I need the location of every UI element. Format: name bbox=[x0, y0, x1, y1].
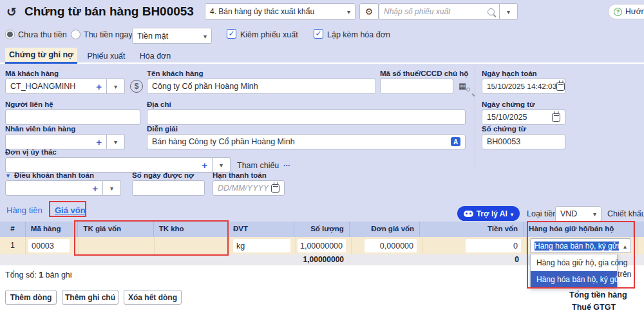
ma-hang-input[interactable]: 00003 bbox=[28, 239, 70, 252]
record-count: Tổng số: 1 bản ghi bbox=[5, 270, 72, 280]
settings-button[interactable]: ⚙ bbox=[359, 3, 379, 20]
add-note-button[interactable]: Thêm ghi chú bbox=[62, 290, 118, 305]
credit-days-label: Số ngày được nợ bbox=[132, 171, 194, 179]
row-ma-hang-cell[interactable]: 00003 bbox=[26, 237, 79, 254]
dvt-input[interactable]: kg bbox=[233, 239, 290, 252]
checkbox-with-invoice[interactable] bbox=[314, 29, 323, 39]
hang-hoa-dropdown-list: Hàng hóa giữ hộ, gia công Hàng hóa bán h… bbox=[530, 254, 618, 289]
address-input[interactable] bbox=[147, 109, 466, 125]
chevron-down-icon bbox=[511, 209, 514, 218]
radio-not-collected[interactable] bbox=[5, 30, 15, 39]
doc-number-value: BH00053 bbox=[487, 137, 520, 146]
dropdown-option-giu-ho[interactable]: Hàng hóa giữ hộ, gia công bbox=[531, 254, 617, 271]
delete-rows-button[interactable]: Xóa hết dòng bbox=[124, 290, 182, 305]
ai-assistant-button[interactable]: Trợ lý AI bbox=[457, 206, 520, 221]
payment-terms-label: Điều khoản thanh toán bbox=[14, 171, 94, 179]
posting-date-value: 15/10/2025 14:42:03 bbox=[487, 82, 556, 91]
due-date-label: Hạn thanh toán bbox=[213, 171, 267, 179]
so-luong-input[interactable]: 1,00000000 bbox=[298, 239, 346, 252]
search-input[interactable]: Nhập số phiếu xuất bbox=[379, 3, 500, 20]
salesperson-input[interactable]: + bbox=[5, 134, 107, 149]
calendar-icon[interactable] bbox=[556, 82, 565, 91]
translate-icon[interactable]: A bbox=[451, 137, 460, 146]
description-value: Bán hàng Công ty Cổ phần Hoàng Minh bbox=[152, 137, 295, 146]
add-entrust-unit-icon[interactable]: + bbox=[202, 160, 207, 170]
help-label: Hướn bbox=[625, 7, 644, 16]
currency-select[interactable]: VND bbox=[555, 206, 601, 222]
customer-name-value: Công ty Cổ phần Hoàng Minh bbox=[152, 82, 258, 91]
tien-von-input[interactable]: 0 bbox=[466, 239, 521, 252]
tab-export-slip[interactable]: Phiếu xuất bbox=[85, 48, 128, 64]
calendar-icon[interactable] bbox=[271, 184, 279, 193]
search-dropdown-button[interactable] bbox=[500, 3, 518, 20]
col-tk-kho[interactable]: TK kho bbox=[154, 222, 228, 237]
add-customer-icon[interactable]: + bbox=[96, 82, 102, 91]
salesperson-dropdown-button[interactable] bbox=[107, 134, 125, 149]
add-salesperson-icon[interactable]: + bbox=[96, 137, 102, 147]
doc-date-input[interactable]: 15/10/2025 bbox=[482, 109, 565, 125]
col-don-gia-von[interactable]: Đơn giá vốn bbox=[350, 222, 420, 237]
tax-code-label: Mã số thuế/CCCD chủ hộ bbox=[380, 70, 468, 77]
help-question-icon: ? bbox=[614, 8, 622, 16]
help-button[interactable]: ? Hướn bbox=[608, 4, 644, 19]
posting-date-input[interactable]: 15/10/2025 14:42:03 bbox=[482, 79, 565, 94]
col-ma-hang[interactable]: Mã hàng bbox=[26, 222, 79, 237]
row-so-luong-cell[interactable]: 1,00000000 bbox=[296, 237, 352, 254]
col-hang-hoa[interactable]: Hàng hóa giữ hộ/bán hộ bbox=[524, 222, 634, 237]
radio-collect-now-label: Thu tiền ngay bbox=[84, 30, 133, 39]
row-tk-gia-von-cell[interactable] bbox=[79, 237, 155, 254]
row-don-gia-von-cell[interactable]: 0,000000 bbox=[352, 237, 422, 254]
tab-invoice[interactable]: Hóa đơn bbox=[137, 48, 174, 64]
row-tien-von-cell[interactable]: 0 bbox=[422, 237, 527, 254]
doc-date-label: Ngày chứng từ bbox=[482, 100, 535, 108]
payment-terms-input[interactable]: + bbox=[5, 180, 103, 196]
col-tk-gia-von[interactable]: TK giá vốn bbox=[78, 222, 153, 237]
col-dvt[interactable]: ĐVT bbox=[228, 222, 294, 237]
reference-more-link[interactable]: ... bbox=[283, 159, 290, 168]
subtab-hang-tien[interactable]: Hàng tiền bbox=[6, 205, 43, 215]
calendar-icon[interactable] bbox=[552, 113, 560, 122]
doc-type-select[interactable]: 4. Bán hàng ủy thác xuất khẩu bbox=[205, 3, 355, 20]
don-gia-von-input[interactable]: 0,000000 bbox=[365, 239, 417, 252]
radio-collect-now[interactable] bbox=[71, 30, 80, 39]
contact-label: Người liên hệ bbox=[5, 100, 53, 108]
currency-circle-icon[interactable]: $ bbox=[130, 80, 143, 93]
customer-code-dropdown-button[interactable] bbox=[107, 79, 125, 94]
col-so-luong[interactable]: Số lượng bbox=[294, 222, 350, 237]
col-no[interactable]: # bbox=[0, 222, 26, 237]
chevron-up-icon bbox=[623, 242, 627, 251]
search-placeholder: Nhập số phiếu xuất bbox=[384, 7, 450, 16]
row-dvt-cell[interactable]: kg bbox=[229, 237, 296, 254]
tab-debit-doc[interactable]: Chứng từ ghi nợ bbox=[5, 48, 77, 64]
checkbox-export-slip[interactable] bbox=[227, 29, 236, 39]
hang-hoa-combo[interactable]: Hàng hóa bán hộ, ký gửi bbox=[530, 238, 631, 253]
customer-name-input[interactable]: Công ty Cổ phần Hoàng Minh bbox=[147, 79, 376, 94]
currency-value: VND bbox=[560, 209, 577, 218]
tax-code-input[interactable] bbox=[380, 79, 453, 94]
total-tien-von: 0 bbox=[515, 255, 519, 264]
dropdown-option-ban-ho[interactable]: Hàng hóa bán hộ, ký gửi bbox=[531, 271, 617, 288]
doc-number-input[interactable]: BH00053 bbox=[482, 134, 565, 149]
payment-method-select[interactable]: Tiền mặt bbox=[132, 28, 212, 44]
description-input[interactable]: Bán hàng Công ty Cổ phần Hoàng Minh A bbox=[147, 134, 466, 149]
record-count-suffix: bản ghi bbox=[46, 270, 72, 280]
chevron-down-icon bbox=[347, 7, 350, 16]
entrust-unit-input[interactable]: + bbox=[5, 157, 213, 173]
history-clock-icon[interactable]: ↺ bbox=[6, 5, 17, 19]
collapse-triangle-icon[interactable]: ▼ bbox=[5, 173, 11, 179]
subtab-gia-von[interactable]: Giá vốn bbox=[55, 205, 86, 215]
salesperson-label: Nhân viên bán hàng bbox=[5, 125, 75, 133]
checkbox-export-slip-label: Kiêm phiếu xuất bbox=[240, 30, 298, 39]
row-tk-kho-cell[interactable] bbox=[155, 237, 229, 254]
entrust-unit-dropdown-button[interactable] bbox=[213, 157, 231, 173]
col-tien-von[interactable]: Tiền vốn bbox=[420, 222, 524, 237]
add-row-button[interactable]: Thêm dòng bbox=[5, 290, 57, 305]
contact-input[interactable] bbox=[5, 109, 140, 125]
record-count-prefix: Tổng số: bbox=[5, 270, 37, 280]
add-payment-terms-icon[interactable]: + bbox=[92, 184, 98, 193]
row-hang-hoa-cell[interactable]: Hàng hóa bán hộ, ký gửi bbox=[527, 237, 638, 254]
payment-terms-dropdown-button[interactable] bbox=[103, 180, 121, 196]
customer-code-input[interactable]: CT_HOANGMINH + bbox=[5, 79, 107, 94]
credit-days-input[interactable] bbox=[132, 180, 205, 196]
due-date-input[interactable]: DD/MM/YYYY bbox=[213, 180, 285, 196]
